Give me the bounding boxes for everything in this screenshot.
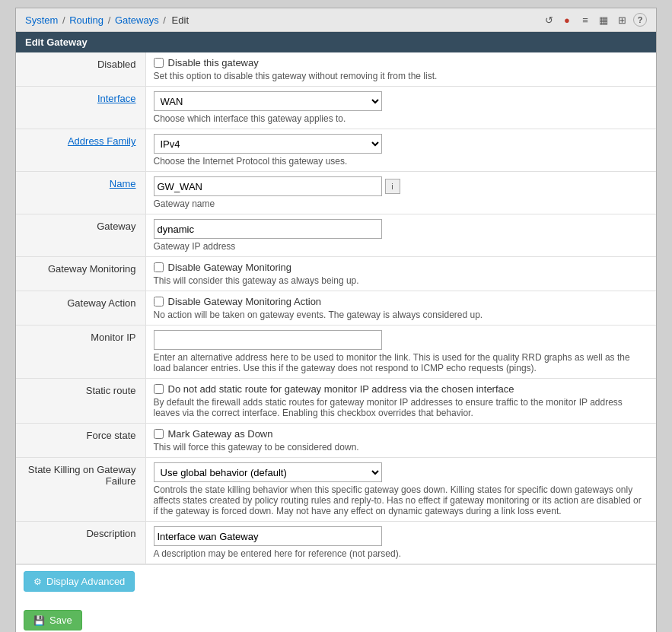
value-state-killing: Use global behavior (default) Disable En… [145, 458, 656, 522]
value-gateway-monitoring: Disable Gateway Monitoring This will con… [145, 257, 656, 291]
name-input[interactable] [154, 176, 382, 196]
gateway-monitoring-checkbox-label[interactable]: Disable Gateway Monitoring [154, 262, 649, 273]
row-state-killing: State Killing on Gateway Failure Use glo… [16, 458, 656, 522]
address-family-select[interactable]: IPv4 IPv6 [154, 134, 382, 154]
gateway-monitoring-hint: This will consider this gateway as alway… [154, 275, 649, 286]
interface-label-link[interactable]: Interface [97, 93, 136, 104]
row-interface: Interface WAN LAN LOOPBACK Choose which … [16, 87, 656, 129]
gateway-monitoring-checkbox[interactable] [154, 262, 164, 272]
breadcrumb-system[interactable]: System [25, 14, 58, 26]
breadcrumb: System / Routing / Gateways / Edit [25, 14, 190, 26]
static-route-hint: By default the firewall adds static rout… [154, 397, 649, 418]
label-address-family: Address Family [16, 129, 145, 172]
value-gateway: Gateway IP address [145, 214, 656, 257]
value-interface: WAN LAN LOOPBACK Choose which interface … [145, 87, 656, 129]
row-name: Name i Gateway name [16, 172, 656, 214]
chart-icon[interactable]: ▦ [597, 13, 610, 27]
value-force-state: Mark Gateway as Down This will force thi… [145, 424, 656, 458]
grid-icon[interactable]: ⊞ [615, 13, 629, 27]
sep3: / [163, 14, 166, 26]
gateway-action-text: Disable Gateway Monitoring Action [168, 296, 322, 307]
menu-icon[interactable]: ≡ [578, 13, 592, 27]
disabled-checkbox[interactable] [154, 58, 164, 68]
description-hint: A description may be entered here for re… [154, 548, 649, 559]
name-label-link[interactable]: Name [110, 178, 136, 189]
label-gateway: Gateway [16, 214, 145, 257]
name-hint: Gateway name [154, 198, 649, 209]
sep1: / [62, 14, 65, 26]
name-icon[interactable]: i [385, 179, 400, 194]
value-static-route: Do not add static route for gateway moni… [145, 379, 656, 424]
force-state-checkbox[interactable] [154, 429, 164, 439]
static-route-text: Do not add static route for gateway moni… [168, 383, 514, 395]
save-label: Save [49, 615, 72, 626]
interface-select[interactable]: WAN LAN LOOPBACK [154, 91, 382, 111]
force-state-text: Mark Gateway as Down [168, 428, 273, 440]
name-input-wrapper: i [154, 176, 649, 196]
force-state-hint: This will force this gateway to be consi… [154, 442, 649, 453]
stop-icon[interactable]: ● [560, 13, 574, 27]
static-route-checkbox[interactable] [154, 384, 164, 394]
breadcrumb-gateways[interactable]: Gateways [115, 14, 159, 26]
display-advanced-icon: ⚙ [33, 576, 42, 587]
force-state-checkbox-label[interactable]: Mark Gateway as Down [154, 428, 649, 440]
label-interface: Interface [16, 87, 145, 129]
help-icon[interactable]: ? [633, 13, 647, 27]
disabled-checkbox-text: Disable this gateway [168, 57, 259, 68]
address-family-label-link[interactable]: Address Family [68, 135, 136, 147]
save-button[interactable]: 💾 Save [24, 610, 82, 630]
display-advanced-button[interactable]: ⚙ Display Advanced [24, 571, 135, 592]
sep2: / [108, 14, 111, 26]
monitor-ip-label-text: Monitor IP [91, 332, 135, 343]
reload-icon[interactable]: ↺ [542, 13, 556, 27]
row-force-state: Force state Mark Gateway as Down This wi… [16, 424, 656, 458]
row-gateway-monitoring: Gateway Monitoring Disable Gateway Monit… [16, 257, 656, 291]
monitor-ip-hint: Enter an alternative address here to be … [154, 352, 649, 373]
static-route-checkbox-label[interactable]: Do not add static route for gateway moni… [154, 383, 649, 395]
row-description: Description A description may be entered… [16, 522, 656, 564]
label-static-route: Static route [16, 379, 145, 424]
row-monitor-ip: Monitor IP Enter an alternative address … [16, 326, 656, 379]
disabled-checkbox-label[interactable]: Disable this gateway [154, 57, 649, 68]
row-gateway: Gateway Gateway IP address [16, 214, 656, 257]
label-name: Name [16, 172, 145, 214]
gateway-hint: Gateway IP address [154, 241, 649, 252]
gateway-action-checkbox-label[interactable]: Disable Gateway Monitoring Action [154, 296, 649, 307]
nav-bar: System / Routing / Gateways / Edit ↺ ● ≡… [16, 8, 656, 32]
value-monitor-ip: Enter an alternative address here to be … [145, 326, 656, 379]
disabled-hint: Set this option to disable this gateway … [154, 71, 649, 81]
label-gateway-monitoring: Gateway Monitoring [16, 257, 145, 291]
monitor-ip-input[interactable] [154, 330, 382, 350]
label-state-killing: State Killing on Gateway Failure [16, 458, 145, 522]
gateway-monitoring-text: Disable Gateway Monitoring [168, 262, 292, 273]
state-killing-hint: Controls the state killing behavior when… [154, 484, 649, 516]
interface-hint: Choose which interface this gateway appl… [154, 113, 649, 124]
row-disabled: Disabled Disable this gateway Set this o… [16, 52, 656, 87]
description-label-text: Description [86, 528, 135, 539]
state-killing-label-text: State Killing on Gateway Failure [28, 464, 136, 487]
static-route-label-text: Static route [86, 385, 136, 396]
section-title: Edit Gateway [25, 37, 88, 48]
gateway-action-label-text: Gateway Action [67, 297, 135, 309]
gateway-label-text: Gateway [97, 221, 135, 232]
gateway-action-checkbox[interactable] [154, 297, 164, 306]
save-row: 💾 Save [16, 598, 656, 632]
nav-icons: ↺ ● ≡ ▦ ⊞ ? [542, 13, 647, 27]
label-disabled: Disabled [16, 52, 145, 87]
state-killing-select[interactable]: Use global behavior (default) Disable En… [154, 462, 382, 482]
description-input[interactable] [154, 526, 382, 546]
gateway-input[interactable] [154, 219, 382, 239]
form-table: Disabled Disable this gateway Set this o… [16, 52, 656, 564]
row-gateway-action: Gateway Action Disable Gateway Monitorin… [16, 291, 656, 326]
row-address-family: Address Family IPv4 IPv6 Choose the Inte… [16, 129, 656, 172]
label-monitor-ip: Monitor IP [16, 326, 145, 379]
value-name: i Gateway name [145, 172, 656, 214]
save-icon: 💾 [33, 615, 45, 626]
breadcrumb-routing[interactable]: Routing [69, 14, 104, 26]
main-container: System / Routing / Gateways / Edit ↺ ● ≡… [15, 8, 657, 632]
value-description: A description may be entered here for re… [145, 522, 656, 564]
label-force-state: Force state [16, 424, 145, 458]
gateway-action-hint: No action will be taken on gateway event… [154, 310, 649, 320]
display-advanced-row: ⚙ Display Advanced [16, 564, 656, 598]
value-gateway-action: Disable Gateway Monitoring Action No act… [145, 291, 656, 326]
